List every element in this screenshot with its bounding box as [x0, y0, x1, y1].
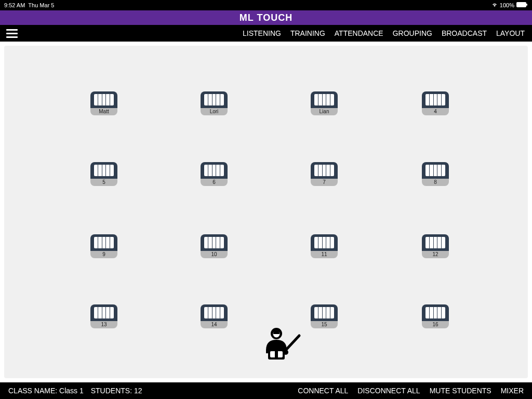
app-title-bar: ML TOUCH	[0, 10, 532, 25]
svg-rect-1	[526, 4, 527, 6]
nav-training[interactable]: TRAINING	[290, 29, 325, 37]
station-13[interactable]: 13	[90, 304, 117, 328]
station-label: 15	[311, 321, 338, 328]
station-14[interactable]: 14	[201, 304, 228, 328]
station-5[interactable]: 5	[90, 162, 117, 186]
nav-broadcast[interactable]: BROADCAST	[442, 29, 487, 37]
station-6[interactable]: 6	[201, 162, 228, 186]
station-label: Lori	[201, 108, 228, 115]
station-label: 11	[311, 251, 338, 258]
keyboard-icon	[422, 91, 449, 108]
mixer-button[interactable]: MIXER	[501, 387, 524, 395]
station-1[interactable]: Matt	[90, 91, 117, 115]
station-10[interactable]: 10	[201, 234, 228, 258]
keyboard-icon	[422, 162, 449, 179]
station-11[interactable]: 11	[311, 234, 338, 258]
keyboard-icon	[201, 304, 228, 321]
nav-listening[interactable]: LISTENING	[243, 29, 281, 37]
station-label: 5	[90, 179, 117, 186]
teacher-icon[interactable]	[259, 326, 305, 368]
keyboard-icon	[201, 162, 228, 179]
keyboard-icon	[90, 91, 117, 108]
station-label: 7	[311, 179, 338, 186]
station-label: Matt	[90, 108, 117, 115]
station-label: 12	[422, 251, 449, 258]
nav-links: LISTENING TRAINING ATTENDANCE GROUPING B…	[243, 29, 525, 37]
station-label: 14	[201, 321, 228, 328]
students-field: STUDENTS: 12	[91, 387, 142, 395]
nav-attendance[interactable]: ATTENDANCE	[335, 29, 383, 37]
station-2[interactable]: Lori	[201, 91, 228, 115]
status-time: 9:52 AM	[4, 2, 25, 8]
station-15[interactable]: 15	[311, 304, 338, 328]
station-16[interactable]: 16	[422, 304, 449, 328]
station-7[interactable]: 7	[311, 162, 338, 186]
station-4[interactable]: 4	[422, 91, 449, 115]
status-date: Thu Mar 5	[28, 2, 54, 8]
svg-line-6	[285, 336, 299, 351]
keyboard-icon	[311, 234, 338, 251]
keyboard-icon	[422, 304, 449, 321]
menu-icon[interactable]	[6, 29, 18, 38]
status-bar: 9:52 AM Thu Mar 5 100%	[0, 0, 532, 10]
keyboard-icon	[90, 234, 117, 251]
wifi-icon	[491, 2, 498, 8]
station-8[interactable]: 8	[422, 162, 449, 186]
svg-rect-0	[516, 2, 526, 7]
keyboard-icon	[201, 91, 228, 108]
station-label: Lian	[311, 108, 338, 115]
status-battery-text: 100%	[500, 2, 514, 8]
footer-bar: CLASS NAME: Class 1 STUDENTS: 12 CONNECT…	[0, 382, 532, 399]
station-label: 4	[422, 108, 449, 115]
app-title: ML TOUCH	[240, 12, 292, 23]
battery-icon	[516, 2, 528, 8]
station-label: 10	[201, 251, 228, 258]
station-label: 9	[90, 251, 117, 258]
nav-bar: LISTENING TRAINING ATTENDANCE GROUPING B…	[0, 25, 532, 42]
station-3[interactable]: Lian	[311, 91, 338, 115]
keyboard-icon	[311, 91, 338, 108]
nav-layout[interactable]: LAYOUT	[496, 29, 525, 37]
keyboard-icon	[90, 162, 117, 179]
svg-point-7	[283, 350, 288, 355]
station-label: 6	[201, 179, 228, 186]
connect-all-button[interactable]: CONNECT ALL	[298, 387, 348, 395]
layout-canvas[interactable]: MattLoriLian45678910111213141516	[4, 46, 528, 378]
station-label: 16	[422, 321, 449, 328]
station-9[interactable]: 9	[90, 234, 117, 258]
class-name-field: CLASS NAME: Class 1	[8, 387, 84, 395]
keyboard-icon	[311, 304, 338, 321]
keyboard-icon	[90, 304, 117, 321]
station-label: 13	[90, 321, 117, 328]
disconnect-all-button[interactable]: DISCONNECT ALL	[357, 387, 420, 395]
keyboard-icon	[201, 234, 228, 251]
mute-students-button[interactable]: MUTE STUDENTS	[430, 387, 491, 395]
nav-grouping[interactable]: GROUPING	[393, 29, 432, 37]
keyboard-icon	[422, 234, 449, 251]
keyboard-icon	[311, 162, 338, 179]
station-12[interactable]: 12	[422, 234, 449, 258]
station-label: 8	[422, 179, 449, 186]
